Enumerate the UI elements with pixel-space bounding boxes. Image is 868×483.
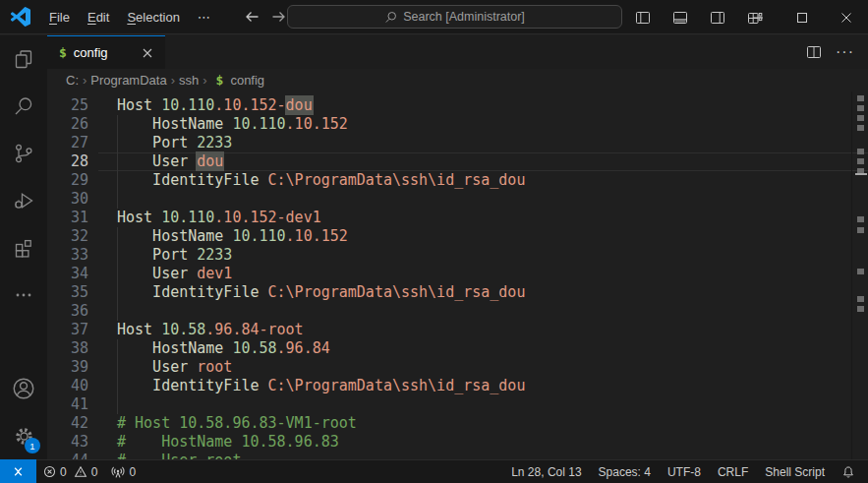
editor-line[interactable]: 40 IdentityFile C:\ProgramData\ssh\id_rs… [47,377,868,395]
line-number[interactable]: 30 [47,190,88,209]
overview-ruler[interactable] [854,91,868,459]
editor-line[interactable]: 43# HostName 10.58.96.83 [47,433,868,452]
tab-close-icon[interactable] [138,43,157,63]
search-sidebar-icon[interactable] [0,83,47,130]
ruler-match-mark [857,216,864,222]
overview-ruler-border [851,91,852,459]
editor-line[interactable]: 25Host 10.110.10.152-dou [47,96,868,115]
editor-line[interactable]: 29 IdentityFile C:\ProgramData\ssh\id_rs… [47,171,868,190]
token: Host [117,96,161,114]
remote-indicator[interactable] [0,459,36,483]
explorer-icon[interactable] [0,35,47,83]
language-mode[interactable]: Shell Script [765,465,825,479]
command-center-search[interactable]: Search [Administrator] [287,5,622,29]
ruler-match-mark [857,95,864,101]
line-number[interactable]: 33 [47,246,88,265]
line-number[interactable]: 39 [47,358,88,377]
source-control-icon[interactable] [0,130,47,177]
back-arrow-button[interactable] [245,9,260,25]
ports-count: 0 [129,465,136,479]
code-text: Host 10.110.10.152-dev1 [117,209,321,227]
indent-guide [117,190,118,209]
editor-line[interactable]: 42# Host 10.58.96.83-VM1-root [47,414,868,433]
line-number[interactable]: 27 [47,134,88,152]
editor-line[interactable]: 35 IdentityFile C:\ProgramData\ssh\id_rs… [47,283,868,302]
line-number[interactable]: 35 [47,283,88,302]
code-text: IdentityFile C:\ProgramData\ssh\id_rsa_d… [117,171,525,190]
ruler-match-mark [857,125,864,131]
editor-line[interactable]: 34 User dev1 [47,265,868,283]
editor-line[interactable]: 30 [47,190,868,209]
line-number[interactable]: 36 [47,302,88,321]
ports-status[interactable]: 0 [104,461,143,483]
editor-line[interactable]: 26 HostName 10.110.10.152 [47,115,868,134]
notifications-bell-icon[interactable] [841,465,855,479]
encoding[interactable]: UTF-8 [667,465,701,479]
toggle-secondary-sidebar-button[interactable] [705,5,730,30]
code-text: HostName 10.110.10.152 [117,227,348,246]
chevron-right-icon: › [169,73,177,88]
line-number[interactable]: 43 [47,433,88,452]
split-editor-button[interactable] [806,44,822,60]
run-debug-icon[interactable] [0,177,47,224]
editor-line[interactable]: 28 User dou [47,152,868,171]
editor-line[interactable]: 44# User root [47,452,868,459]
line-number[interactable]: 41 [47,395,88,414]
forward-arrow-button[interactable] [270,9,286,25]
account-icon[interactable] [0,365,47,412]
token: User [117,358,197,376]
breadcrumb-item[interactable]: ssh [177,73,201,88]
line-number[interactable]: 42 [47,414,88,433]
editor-line[interactable]: 41 [47,395,868,414]
line-number[interactable]: 31 [47,209,88,227]
minimize-button[interactable] [735,0,780,34]
code-text: User root [117,358,232,377]
editor-line[interactable]: 32 HostName 10.110.10.152 [47,227,868,246]
close-window-button[interactable] [824,0,868,34]
editor-line[interactable]: 38 HostName 10.58.96.84 [47,339,868,358]
breadcrumb-item[interactable]: ProgramData [88,73,168,88]
editor-line[interactable]: 37Host 10.58.96.84-root [47,321,868,339]
line-number[interactable]: 28 [47,152,88,171]
line-number[interactable]: 32 [47,227,88,246]
maximize-button[interactable] [780,0,824,34]
menu-selection[interactable]: Selection [118,6,188,29]
line-number[interactable]: 34 [47,265,88,283]
editor-pane[interactable]: 25Host 10.110.10.152-dou26 HostName 10.1… [47,91,868,459]
vscode-logo-icon [11,7,30,27]
line-number[interactable]: 40 [47,377,88,395]
breadcrumb-item[interactable]: C: [64,73,81,88]
line-number[interactable]: 29 [47,171,88,190]
eol-sequence[interactable]: CRLF [718,465,748,479]
code-lines[interactable]: 25Host 10.110.10.152-dou26 HostName 10.1… [47,96,868,459]
editor-line[interactable]: 36 [47,302,868,321]
editor-line[interactable]: 27 Port 2233 [47,134,868,152]
editor-line[interactable]: 31Host 10.110.10.152-dev1 [47,209,868,227]
editor-line[interactable]: 39 User root [47,358,868,377]
problems-status[interactable]: 0 0 [36,461,104,483]
token: User [117,265,197,282]
line-number[interactable]: 38 [47,339,88,358]
editor-line[interactable]: 33 Port 2233 [47,246,868,265]
more-views-icon[interactable] [0,272,47,319]
menu-edit[interactable]: Edit [79,6,118,29]
tab-config[interactable]: $ config [47,35,165,69]
toggle-panel-button[interactable] [667,5,693,30]
menu-file[interactable]: File [40,6,79,29]
menu-[interactable]: ⋯ [189,6,219,29]
toggle-primary-sidebar-button[interactable] [630,5,656,30]
settings-gear-icon[interactable]: 1 [0,412,47,459]
token: # User root [117,452,241,459]
token: 2233 [197,246,232,264]
extensions-icon[interactable] [0,224,47,272]
token: 10.58 [232,339,276,357]
ruler-match-mark [857,227,864,233]
line-number[interactable]: 44 [47,452,88,459]
indentation[interactable]: Spaces: 4 [599,465,651,479]
line-number[interactable]: 37 [47,321,88,339]
line-number[interactable]: 25 [47,96,88,115]
breadcrumb-file[interactable]: config [228,73,266,88]
editor-actions-more-icon[interactable]: ··· [836,43,854,61]
cursor-position[interactable]: Ln 28, Col 13 [511,465,581,479]
line-number[interactable]: 26 [47,115,88,134]
